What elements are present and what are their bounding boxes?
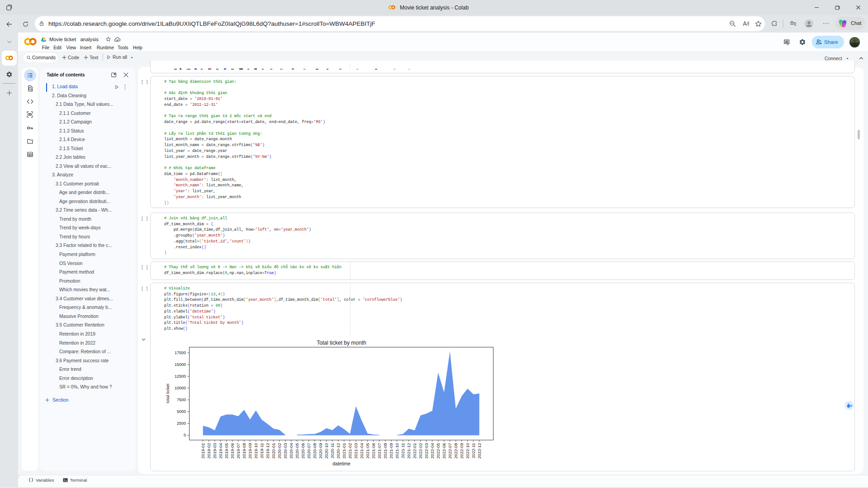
svg-text:2019-07: 2019-07 bbox=[236, 443, 241, 459]
svg-text:2020-11: 2020-11 bbox=[330, 443, 335, 459]
svg-text:12500: 12500 bbox=[175, 374, 186, 379]
svg-text:datetime: datetime bbox=[332, 461, 351, 466]
svg-text:2021-10: 2021-10 bbox=[394, 443, 399, 459]
svg-text:2021-01: 2021-01 bbox=[342, 443, 346, 459]
svg-text:2022-06: 2022-06 bbox=[441, 443, 446, 459]
svg-text:2020-03: 2020-03 bbox=[283, 443, 288, 459]
svg-text:2022-12: 2022-12 bbox=[477, 443, 482, 459]
svg-text:2022-07: 2022-07 bbox=[447, 443, 452, 458]
svg-text:2019-02: 2019-02 bbox=[206, 443, 211, 459]
svg-text:2019-11: 2019-11 bbox=[259, 443, 264, 459]
svg-text:2022-02: 2022-02 bbox=[418, 443, 423, 459]
svg-text:2021-07: 2021-07 bbox=[377, 443, 382, 459]
svg-text:2022-11: 2022-11 bbox=[471, 443, 476, 459]
svg-text:17500: 17500 bbox=[175, 351, 186, 355]
svg-text:2021-08: 2021-08 bbox=[383, 443, 388, 459]
svg-text:2021-03: 2021-03 bbox=[353, 443, 358, 459]
svg-text:2019-04: 2019-04 bbox=[218, 443, 223, 459]
svg-text:2020-06: 2020-06 bbox=[300, 443, 305, 459]
svg-text:2019-12: 2019-12 bbox=[265, 443, 270, 459]
svg-text:10000: 10000 bbox=[175, 386, 186, 390]
svg-text:2020-09: 2020-09 bbox=[318, 443, 323, 459]
svg-text:2021-05: 2021-05 bbox=[365, 443, 370, 459]
svg-text:2021-06: 2021-06 bbox=[371, 443, 376, 459]
svg-text:2020-08: 2020-08 bbox=[312, 443, 317, 459]
svg-text:2500: 2500 bbox=[177, 421, 186, 426]
svg-text:2022-09: 2022-09 bbox=[459, 443, 464, 458]
svg-text:2022-05: 2022-05 bbox=[436, 443, 441, 459]
svg-text:2019-01: 2019-01 bbox=[200, 443, 205, 459]
svg-text:2019-10: 2019-10 bbox=[253, 443, 258, 459]
svg-text:2021-12: 2021-12 bbox=[406, 443, 411, 459]
svg-text:2021-11: 2021-11 bbox=[400, 443, 405, 459]
svg-text:2021-04: 2021-04 bbox=[359, 443, 364, 459]
svg-text:2019-06: 2019-06 bbox=[230, 443, 235, 459]
svg-text:2021-02: 2021-02 bbox=[347, 443, 352, 459]
svg-text:2021-09: 2021-09 bbox=[389, 443, 394, 459]
svg-text:2019-05: 2019-05 bbox=[224, 443, 229, 459]
svg-text:total ticket: total ticket bbox=[165, 384, 170, 403]
svg-text:2022-10: 2022-10 bbox=[465, 443, 470, 459]
svg-text:2022-04: 2022-04 bbox=[430, 443, 435, 459]
svg-text:2019-03: 2019-03 bbox=[212, 443, 217, 459]
svg-text:2020-01: 2020-01 bbox=[271, 443, 276, 459]
svg-text:5000: 5000 bbox=[177, 409, 186, 414]
svg-text:2020-07: 2020-07 bbox=[306, 443, 311, 459]
svg-text:2020-10: 2020-10 bbox=[324, 443, 329, 459]
svg-text:2022-01: 2022-01 bbox=[412, 443, 417, 459]
svg-text:2022-03: 2022-03 bbox=[424, 443, 429, 459]
svg-text:0: 0 bbox=[184, 433, 186, 437]
svg-text:7500: 7500 bbox=[177, 398, 186, 402]
svg-text:2020-02: 2020-02 bbox=[277, 443, 282, 459]
svg-text:2022-08: 2022-08 bbox=[453, 443, 458, 458]
svg-text:2020-12: 2020-12 bbox=[336, 443, 341, 459]
svg-text:2019-08: 2019-08 bbox=[242, 443, 247, 459]
svg-text:2019-09: 2019-09 bbox=[247, 443, 252, 459]
svg-text:15000: 15000 bbox=[175, 362, 186, 367]
svg-text:Total ticket by month: Total ticket by month bbox=[317, 340, 366, 346]
svg-text:2020-05: 2020-05 bbox=[294, 443, 299, 459]
svg-text:2020-04: 2020-04 bbox=[289, 443, 294, 459]
